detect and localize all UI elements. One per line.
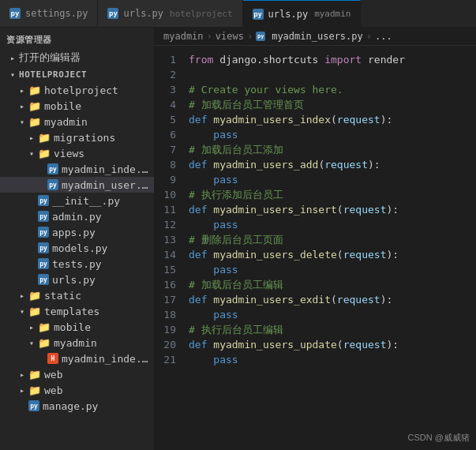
code-line-7: # 加载后台员工添加 xyxy=(189,142,476,157)
chevron-icon xyxy=(16,289,28,302)
sidebar-item-templates-myadmin[interactable]: 📁 myadmin xyxy=(0,335,154,351)
code-line-1: from django.shortcuts import render xyxy=(189,52,476,67)
code-line-14: def myadmin_users_delete(request): xyxy=(189,247,476,262)
no-chevron xyxy=(35,163,47,175)
tab-sublabel: myadmin xyxy=(314,9,350,19)
line-numbers: 1 2 3 4 5 6 7 8 9 10 11 12 13 14 15 16 1 xyxy=(154,46,182,450)
no-chevron xyxy=(35,178,47,191)
code-line-20: def myadmin_users_update(request): xyxy=(189,337,476,352)
editor-content: 1 2 3 4 5 6 7 8 9 10 11 12 13 14 15 16 1 xyxy=(154,46,476,450)
tab-settings[interactable]: py settings.py xyxy=(0,0,98,27)
code-line-2 xyxy=(189,67,476,82)
no-chevron xyxy=(25,257,38,270)
chevron-icon xyxy=(16,305,28,317)
folder-icon: 📁 xyxy=(28,99,41,112)
chevron-icon xyxy=(25,321,38,333)
sidebar-item-migrations[interactable]: 📁 migrations xyxy=(0,129,154,145)
folder-label: views xyxy=(54,148,84,159)
sidebar-item-apps[interactable]: py apps.py xyxy=(0,224,154,240)
sidebar-item-myadmin[interactable]: 📁 myadmin xyxy=(0,114,154,129)
sidebar-section-explorer: 资源管理器 xyxy=(0,28,154,49)
code-line-9: pass xyxy=(189,172,476,187)
tab-urls-myadmin[interactable]: py urls.py myadmin xyxy=(243,0,362,27)
code-line-18: pass xyxy=(189,307,476,322)
py-badge: py xyxy=(38,211,49,222)
py-badge: py xyxy=(38,258,49,269)
code-content[interactable]: from django.shortcuts import render # Cr… xyxy=(182,46,476,450)
py-badge: py xyxy=(28,400,39,411)
folder-icon: 📁 xyxy=(28,368,41,381)
editor-area[interactable]: 1 2 3 4 5 6 7 8 9 10 11 12 13 14 15 16 1 xyxy=(154,46,476,450)
folder-label: hotelproject xyxy=(44,84,118,96)
chevron-icon xyxy=(16,84,28,96)
folder-icon: 📁 xyxy=(38,336,51,349)
code-line-17: def myadmin_users_exdit(request): xyxy=(189,292,476,307)
sidebar-item-mobile[interactable]: 📁 mobile xyxy=(0,98,154,114)
sidebar-item-tests[interactable]: py tests.py xyxy=(0,256,154,272)
file-label: models.py xyxy=(52,242,107,254)
sidebar-item-web-2[interactable]: 📁 web xyxy=(0,382,154,398)
breadcrumb-sep: › xyxy=(247,31,253,42)
folder-label: web xyxy=(44,369,62,381)
file-label: __init__.py xyxy=(52,195,120,207)
sidebar-item-manage[interactable]: py manage.py xyxy=(0,398,154,414)
folder-icon: 📁 xyxy=(38,131,51,144)
breadcrumb-part-dots: ... xyxy=(375,31,392,42)
code-line-13: # 删除后台员工页面 xyxy=(189,232,476,247)
sidebar-item-myadmin-inde[interactable]: py myadmin_inde... xyxy=(0,161,154,177)
breadcrumb-part-views: views xyxy=(216,31,244,42)
sidebar-item-myadmin-users[interactable]: py myadmin_user... xyxy=(0,177,154,193)
py-badge: py xyxy=(47,179,58,190)
tab-urls-hotelproject[interactable]: py urls.py hotelproject xyxy=(98,0,242,27)
sidebar-item-hotelproject[interactable]: 📁 hotelproject xyxy=(0,82,154,98)
sidebar-item-init[interactable]: py __init__.py xyxy=(0,193,154,208)
sidebar-item-urls[interactable]: py urls.py xyxy=(0,272,154,287)
code-line-3: # Create your views here. xyxy=(189,82,476,97)
folder-label: mobile xyxy=(44,100,81,112)
no-chevron xyxy=(35,352,47,365)
code-line-12: pass xyxy=(189,217,476,232)
sidebar-item-admin[interactable]: py admin.py xyxy=(0,208,154,224)
chevron-icon xyxy=(16,384,28,396)
folder-icon: 📁 xyxy=(28,305,41,317)
main-layout: 资源管理器 打开的编辑器 HOTELPROJECT 📁 hotelproject… xyxy=(0,28,476,450)
tab-label: urls.py xyxy=(268,9,309,20)
open-editors-label: 打开的编辑器 xyxy=(19,51,81,65)
folder-label: myadmin xyxy=(54,337,97,349)
chevron-icon xyxy=(16,368,28,381)
py-badge: py xyxy=(38,242,49,253)
code-line-8: def myadmin_users_add(request): xyxy=(189,157,476,172)
sidebar-item-templates[interactable]: 📁 templates xyxy=(0,303,154,319)
no-chevron xyxy=(25,210,38,223)
file-label: manage.py xyxy=(43,400,98,412)
right-panel: myadmin › views › py myadmin_users.py › … xyxy=(154,28,476,450)
py-icon: py xyxy=(9,8,21,19)
sidebar-item-web-1[interactable]: 📁 web xyxy=(0,366,154,382)
folder-label: myadmin xyxy=(44,116,88,128)
sidebar-section-open-editors[interactable]: 打开的编辑器 xyxy=(0,49,154,66)
folder-icon: 📁 xyxy=(28,115,41,128)
code-line-11: def myadmin_users_insert(request): xyxy=(189,202,476,217)
py-icon: py xyxy=(107,8,118,19)
no-chevron xyxy=(25,194,38,207)
py-badge: py xyxy=(38,274,49,285)
sidebar-project-root[interactable]: HOTELPROJECT xyxy=(0,66,154,82)
folder-icon: 📁 xyxy=(28,84,41,96)
sidebar-item-static[interactable]: 📁 static xyxy=(0,287,154,303)
no-chevron xyxy=(16,399,28,412)
sidebar-item-models[interactable]: py models.py xyxy=(0,240,154,256)
file-label: tests.py xyxy=(52,258,102,270)
sidebar-item-templates-mobile[interactable]: 📁 mobile xyxy=(0,319,154,335)
py-badge: py xyxy=(47,163,58,174)
file-label: myadmin_inde... xyxy=(62,353,154,365)
sidebar-item-views[interactable]: 📁 views xyxy=(0,145,154,161)
sidebar-item-myadmin-inde-html[interactable]: H myadmin_inde... xyxy=(0,351,154,366)
no-chevron xyxy=(25,242,38,254)
folder-icon: 📁 xyxy=(28,289,41,302)
html-badge: H xyxy=(47,353,58,364)
folder-label: static xyxy=(44,290,81,302)
chevron-icon xyxy=(6,51,19,64)
breadcrumb-part-myadmin: myadmin xyxy=(163,31,204,42)
code-line-21: pass xyxy=(189,352,476,367)
tab-sublabel: hotelproject xyxy=(170,9,232,19)
